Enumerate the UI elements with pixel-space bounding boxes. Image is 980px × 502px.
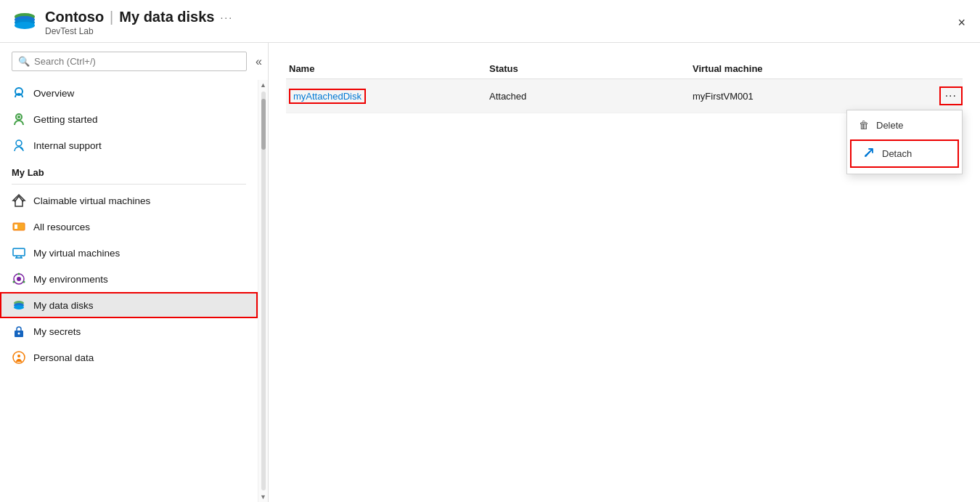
svg-point-18 (23, 281, 25, 283)
sidebar-inner: Overview Getting started (0, 80, 268, 502)
cell-actions: ··· 🗑 Delete (939, 86, 963, 105)
scroll-track (261, 92, 266, 490)
brand-name: Contoso (45, 9, 104, 25)
my-data-disks-label: My data disks (33, 300, 94, 311)
sidebar-item-my-vms[interactable]: My virtual machines (0, 240, 258, 266)
sidebar-item-overview[interactable]: Overview (0, 80, 258, 106)
search-row: 🔍 « (0, 43, 268, 80)
all-resources-icon (12, 219, 26, 234)
sidebar-item-getting-started[interactable]: Getting started (0, 106, 258, 132)
sidebar-item-my-environments[interactable]: My environments (0, 266, 258, 292)
header-title-group: Contoso | My data disks ··· DevTest Lab (45, 9, 233, 36)
my-environments-icon (12, 272, 26, 286)
delete-icon: 🗑 (859, 119, 869, 131)
my-secrets-label: My secrets (33, 326, 81, 337)
my-lab-section-label: My Lab (0, 158, 258, 181)
getting-started-icon (12, 112, 26, 126)
search-bar: 🔍 (12, 52, 247, 71)
svg-point-6 (17, 116, 20, 118)
cell-status: Attached (489, 91, 693, 102)
table-row: myAttachedDisk Attached myFirstVM001 ···… (286, 79, 963, 113)
overview-label: Overview (33, 88, 74, 99)
my-secrets-icon (12, 324, 26, 339)
scroll-down-arrow[interactable]: ▼ (260, 492, 266, 502)
detach-label: Detach (882, 148, 912, 159)
delete-label: Delete (876, 120, 904, 131)
sidebar-scroll: Overview Getting started (0, 80, 258, 502)
cell-name: myAttachedDisk (286, 89, 489, 104)
page-title: My data disks (119, 9, 214, 25)
sidebar-item-claimable-vms[interactable]: Claimable virtual machines (0, 187, 258, 214)
my-environments-label: My environments (33, 274, 108, 285)
personal-data-icon (12, 350, 26, 365)
personal-data-label: Personal data (33, 352, 94, 363)
context-menu: 🗑 Delete Detach (846, 110, 963, 174)
my-vms-icon (12, 246, 26, 260)
detach-icon (863, 147, 875, 161)
svg-point-19 (13, 281, 15, 283)
content-area: Name Status Virtual machine myAttachedDi… (269, 43, 980, 502)
my-lab-divider (12, 184, 246, 185)
search-icon: 🔍 (18, 56, 30, 67)
sidebar-scrollbar: ▲ ▼ (258, 80, 268, 502)
col-name-header: Name (286, 63, 489, 74)
col-status-header: Status (489, 63, 693, 74)
collapse-sidebar-button[interactable]: « (256, 55, 262, 68)
svg-point-7 (16, 140, 22, 146)
my-vms-label: My virtual machines (33, 248, 120, 259)
sidebar-item-my-data-disks[interactable]: My data disks (0, 292, 258, 318)
svg-point-24 (18, 333, 20, 335)
row-more-button[interactable]: ··· (939, 86, 963, 105)
header: Contoso | My data disks ··· DevTest Lab … (0, 0, 980, 43)
svg-point-16 (17, 277, 21, 281)
menu-item-delete[interactable]: 🗑 Delete (847, 113, 962, 137)
col-vm-header: Virtual machine (693, 63, 963, 74)
svg-rect-10 (15, 224, 17, 229)
main-layout: 🔍 « Overview (0, 43, 980, 502)
svg-point-22 (14, 305, 24, 309)
getting-started-label: Getting started (33, 114, 98, 125)
contoso-icon (12, 9, 38, 36)
cell-vm: myFirstVM001 (693, 91, 939, 102)
svg-point-26 (865, 155, 867, 157)
claimable-vms-icon (12, 193, 26, 208)
search-input[interactable] (34, 56, 240, 67)
internal-support-icon (12, 138, 26, 153)
header-subtitle: DevTest Lab (45, 26, 233, 36)
close-button[interactable]: × (955, 12, 968, 33)
header-left: Contoso | My data disks ··· DevTest Lab (12, 9, 233, 36)
svg-rect-11 (13, 248, 25, 256)
header-title: Contoso | My data disks ··· (45, 9, 233, 25)
sidebar-item-personal-data[interactable]: Personal data (0, 344, 258, 371)
all-resources-label: All resources (33, 222, 90, 232)
sidebar-item-my-secrets[interactable]: My secrets (0, 318, 258, 344)
svg-point-17 (18, 273, 20, 275)
header-ellipsis[interactable]: ··· (220, 12, 233, 23)
svg-point-3 (15, 22, 35, 29)
overview-icon (12, 86, 26, 100)
internal-support-label: Internal support (33, 140, 102, 151)
disk-name-link[interactable]: myAttachedDisk (289, 89, 366, 104)
scroll-up-arrow[interactable]: ▲ (260, 80, 266, 90)
title-separator: | (110, 9, 113, 25)
sidebar-item-all-resources[interactable]: All resources (0, 214, 258, 240)
menu-item-detach[interactable]: Detach (850, 139, 959, 168)
sidebar-item-internal-support[interactable]: Internal support (0, 132, 258, 158)
table-header: Name Status Virtual machine (286, 57, 963, 79)
claimable-vms-label: Claimable virtual machines (33, 195, 150, 206)
sidebar: 🔍 « Overview (0, 43, 269, 502)
my-data-disks-icon (12, 298, 26, 312)
scroll-thumb (261, 99, 266, 150)
